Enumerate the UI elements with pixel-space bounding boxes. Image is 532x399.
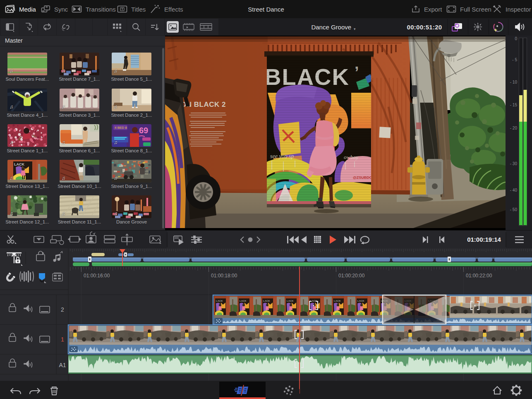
svg-text:01:00:19:14: 01:00:19:14 bbox=[467, 236, 501, 243]
svg-text:- 40: - 40 bbox=[510, 188, 518, 192]
svg-text:LACK: LACK bbox=[14, 162, 24, 166]
svg-text:- 50: - 50 bbox=[510, 207, 518, 212]
svg-text:- 5: - 5 bbox=[512, 58, 517, 62]
svg-text:- 30: - 30 bbox=[510, 161, 518, 166]
svg-text:0: 0 bbox=[515, 36, 517, 41]
svg-text:- 20: - 20 bbox=[510, 126, 518, 130]
svg-text:- 15: - 15 bbox=[510, 103, 518, 107]
svg-text:69: 69 bbox=[139, 126, 148, 135]
svg-text:- 10: - 10 bbox=[510, 80, 518, 84]
svg-text:4 BED 8: 4 BED 8 bbox=[115, 126, 127, 130]
